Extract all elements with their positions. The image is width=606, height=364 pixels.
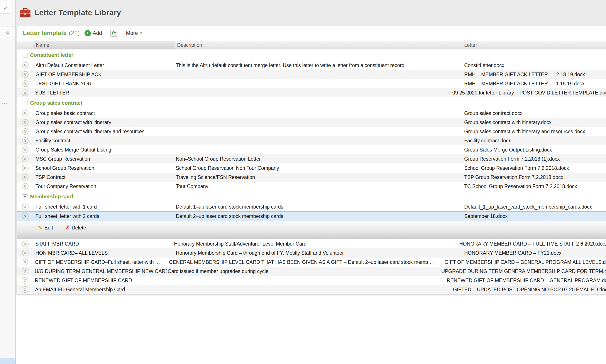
row-letter: Facility contract.docx <box>462 136 606 145</box>
row-letter: RENEWED GIFT OF MEMBERSHIP CARD – GENERA… <box>445 276 606 285</box>
double-chevron-left-icon: « <box>4 5 7 11</box>
row-description: Honorary Membership Staff/Adventurer Lev… <box>173 239 457 248</box>
table-row[interactable]: MSC Group Reservation Non–School Group R… <box>17 154 606 164</box>
rail-footer <box>0 358 15 364</box>
row-name: GIFT OF MEMBERSHIP ACK <box>34 70 175 79</box>
add-button[interactable]: + Add <box>83 29 104 37</box>
row-expand-chevron-icon[interactable] <box>22 213 28 220</box>
table-row[interactable]: GIFT OF MEMBERSHIP CARD–Full sheet, lett… <box>17 258 606 267</box>
table-row[interactable]: TSP Contract Traveling Science/FSN Reser… <box>17 173 606 182</box>
row-name: TEST GIFT THANK YOU <box>34 79 175 88</box>
column-header-name[interactable]: Name <box>34 41 175 49</box>
table-row[interactable]: U/G DURING TERM GENERAL MEMBERSHIP NEW C… <box>17 267 606 276</box>
row-description <box>175 145 462 154</box>
refresh-icon[interactable]: ⟳ <box>110 30 118 37</box>
table-row[interactable]: Group sales contract with itinerary and … <box>17 127 606 136</box>
table-row[interactable]: STAFF MBR CARD Honorary Membership Staff… <box>17 239 606 248</box>
row-expand-chevron-icon[interactable] <box>22 137 28 144</box>
row-expand-chevron-icon[interactable] <box>22 146 28 153</box>
more-button-label: More <box>126 30 138 36</box>
table-row[interactable]: SUSP LETTER 09 25 2020 for letter Librar… <box>17 88 606 97</box>
column-header-description[interactable]: Description <box>175 41 462 49</box>
table-row[interactable]: Facility contract Facility contract.docx <box>17 136 606 145</box>
row-expand-chevron-icon[interactable] <box>22 259 28 265</box>
row-expand-chevron-icon[interactable] <box>22 90 28 96</box>
row-name: MSC Group Reservation <box>34 154 175 164</box>
table-row[interactable]: HON MBR CARD– ALL LEVELS Honorary Member… <box>17 248 606 258</box>
toolbar-separator <box>107 30 107 36</box>
table-row[interactable]: Tour Company Reservation Tour Company TC… <box>17 182 606 191</box>
double-chevron-left-icon: « <box>6 29 9 36</box>
table-row[interactable]: School Group Reservation School Group Re… <box>17 164 606 173</box>
row-description: Default 2–up laser card stock membership… <box>175 212 462 221</box>
row-expand-chevron-icon[interactable] <box>22 71 28 78</box>
row-expand-chevron-icon[interactable] <box>22 80 28 87</box>
row-expand-chevron-icon[interactable] <box>22 62 28 69</box>
group-header[interactable]: − Constituent letter <box>17 49 606 61</box>
collapse-section-button[interactable]: « <box>0 26 15 38</box>
page-title: Letter Template Library <box>34 8 121 17</box>
row-description: Default 1–up laser card stock membership… <box>175 202 462 211</box>
row-expand-chevron-icon[interactable] <box>22 110 28 117</box>
row-letter: Group sales contract with itinerary.docx <box>462 118 606 127</box>
row-expand-chevron-icon[interactable] <box>22 165 28 171</box>
collapse-panel-button[interactable]: « <box>0 2 11 13</box>
table-row[interactable]: Group Sales Merge Output Listing Group S… <box>17 145 606 154</box>
row-expand-chevron-icon[interactable] <box>22 174 28 181</box>
row-description: School Group Reservation Non Tour Compan… <box>175 164 462 173</box>
table-row[interactable]: Group sales contract with itinerary Grou… <box>17 118 606 127</box>
row-name: Tour Company Reservation <box>34 182 175 191</box>
row-expand-chevron-icon[interactable] <box>22 268 28 274</box>
caret-down-icon: ▾ <box>140 31 142 35</box>
row-name: RENEWED GIFT OF MEMBERSHIP CARD <box>33 276 169 285</box>
add-button-label: Add <box>93 30 102 36</box>
row-letter: Group sales contract with itinerary and … <box>462 127 606 136</box>
list-title: Letter template <box>23 30 67 37</box>
row-expand-chevron-icon[interactable] <box>22 119 28 126</box>
group-header[interactable]: − Membership card <box>17 191 606 202</box>
row-name: School Group Reservation <box>34 164 175 173</box>
row-letter: HONORARY MEMBER CARD – FULL TIME STAFF 2… <box>457 239 606 248</box>
row-name: Group sales contract with itinerary and … <box>34 127 175 136</box>
table-row[interactable]: GIFT OF MEMBERSHIP ACK RMH – MEMBER GIFT… <box>17 70 606 79</box>
collapse-group-icon[interactable]: − <box>23 101 27 105</box>
rail-drag-handle[interactable]: ... <box>0 99 15 105</box>
row-expand-chevron-icon[interactable] <box>22 156 28 162</box>
row-description: Non–School Group Reservation Letter <box>175 154 462 164</box>
pencil-icon: ✎ <box>38 225 42 231</box>
row-letter: HONORARY MEMBER CARD – FY21.docx <box>462 248 606 258</box>
row-expand-chevron-icon[interactable] <box>22 250 28 256</box>
edit-button[interactable]: ✎ Edit <box>36 223 55 233</box>
table-row[interactable]: Full sheet, letter with 2 cards Default … <box>17 211 606 221</box>
delete-button[interactable]: ✗ Delete <box>63 223 89 232</box>
row-expand-chevron-icon[interactable] <box>22 183 28 190</box>
row-description <box>175 136 462 145</box>
table-row[interactable]: RENEWED GIFT OF MEMBERSHIP CARD RENEWED … <box>17 276 606 285</box>
row-expand-chevron-icon[interactable] <box>22 128 28 135</box>
row-expand-chevron-icon[interactable] <box>22 204 28 210</box>
row-letter: 09 25 2020 for letter Library – POST COV… <box>450 88 606 97</box>
row-name: HON MBR CARD– ALL LEVELS <box>34 248 175 258</box>
row-expand-chevron-icon[interactable] <box>22 286 28 293</box>
row-letter: School Group Reservation Form 7.2.2018.d… <box>462 164 606 173</box>
main-content: Letter Template Library Letter template … <box>16 0 606 364</box>
more-button[interactable]: More ▾ <box>125 29 143 37</box>
row-expand-chevron-icon[interactable] <box>22 241 28 247</box>
table-row[interactable]: An EMAILED General Membership Card GIFTE… <box>17 285 606 294</box>
toolbar-separator <box>121 30 121 36</box>
table-row[interactable]: Altru Default Constituent Letter This is… <box>17 61 606 70</box>
row-description: GENERAL MEMBERSHIP LEVEL CARD THAT HAS B… <box>168 258 442 267</box>
row-name: Group sales contract with itinerary <box>34 118 175 127</box>
collapse-group-icon[interactable]: − <box>23 195 27 199</box>
group-header[interactable]: − Group sales contract <box>17 97 606 109</box>
row-expand-chevron-icon[interactable] <box>22 277 28 284</box>
grid-body: − Constituent letter Altru Default Const… <box>17 49 606 294</box>
table-row[interactable]: Full sheet, letter with 1 card Default 1… <box>17 202 606 211</box>
table-row[interactable]: Group sales basic contract Group sales c… <box>17 109 606 118</box>
row-description <box>175 70 462 79</box>
toolbox-icon <box>20 7 31 18</box>
collapse-group-icon[interactable]: − <box>23 53 27 57</box>
table-row[interactable]: TEST GIFT THANK YOU RMH – MEMBER GIFT AC… <box>17 79 606 88</box>
column-header-letter[interactable]: Letter <box>462 41 606 49</box>
grid-column-headers: Name Description Letter <box>17 41 606 49</box>
